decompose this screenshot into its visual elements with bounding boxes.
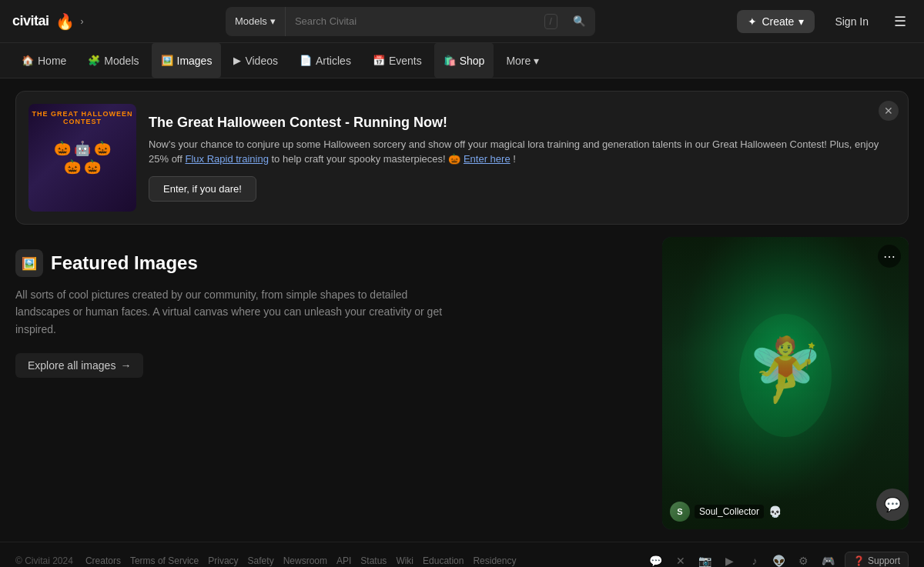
- card-menu-icon: ⋯: [883, 249, 896, 264]
- banner-enter-suffix: !: [513, 153, 516, 165]
- card-username: Soul_Collector: [695, 505, 764, 519]
- card-avatar: S: [670, 502, 690, 522]
- fairy-illustration: 🧚: [662, 237, 909, 529]
- nav-more-button[interactable]: More ▾: [497, 43, 548, 78]
- close-icon: ✕: [884, 105, 893, 117]
- twitter-icon[interactable]: ✕: [672, 552, 689, 567]
- header: civitai 🔥 › Models ▾ / 🔍 ✦ Create ▾ Sign…: [0, 0, 924, 43]
- nav-item-models[interactable]: 🧩 Models: [79, 43, 148, 78]
- banner-body: Now's your chance to conjure up some Hal…: [149, 137, 896, 167]
- footer-link-wiki[interactable]: Wiki: [396, 555, 413, 566]
- banner-enter-link[interactable]: Enter here: [464, 153, 511, 165]
- section-title: Featured Images: [51, 252, 198, 274]
- create-chevron-icon: ▾: [798, 15, 804, 28]
- discord-icon[interactable]: 💬: [648, 552, 665, 567]
- banner-cta-button[interactable]: Enter, if you dare!: [149, 176, 256, 202]
- header-right: ✦ Create ▾ Sign In ☰: [737, 8, 912, 35]
- card-menu-button[interactable]: ⋯: [878, 245, 901, 268]
- home-icon: 🏠: [22, 55, 34, 66]
- explore-label: Explore all images: [28, 359, 116, 372]
- support-chat-bubble[interactable]: 💬: [876, 489, 909, 521]
- section-description: All sorts of cool pictures created by ou…: [15, 286, 447, 338]
- search-icon: 🔍: [573, 15, 586, 27]
- search-input[interactable]: [286, 15, 544, 27]
- footer-link-terms[interactable]: Terms of Service: [130, 555, 199, 566]
- nav-item-events[interactable]: 📅 Events: [363, 43, 431, 78]
- nav-shop-label: Shop: [460, 55, 485, 67]
- logo-text: civitai: [12, 13, 49, 29]
- logo[interactable]: civitai 🔥 ›: [12, 12, 84, 31]
- twitch-icon[interactable]: 🎮: [820, 552, 837, 567]
- nav-more-label: More: [506, 55, 531, 67]
- search-slash: /: [544, 14, 557, 29]
- halloween-banner: 🎃🤖🎃 🎃🎃 The Great Halloween Contest The G…: [15, 91, 909, 225]
- featured-images-icon: 🖼️: [22, 256, 37, 271]
- search-model-dropdown[interactable]: Models ▾: [226, 7, 286, 36]
- github-icon[interactable]: ⚙: [795, 552, 812, 567]
- footer-link-api[interactable]: API: [336, 555, 351, 566]
- search-submit-button[interactable]: 🔍: [564, 7, 595, 36]
- nav-item-articles[interactable]: 📄 Articles: [290, 43, 360, 78]
- banner-flux-link[interactable]: Flux Rapid training: [185, 153, 268, 165]
- more-chevron-icon: ▾: [534, 55, 539, 67]
- youtube-icon[interactable]: ▶: [721, 552, 738, 567]
- nav-item-home[interactable]: 🏠 Home: [12, 43, 75, 78]
- footer-left: © Civitai 2024 Creators Terms of Service…: [15, 555, 516, 566]
- hamburger-menu-button[interactable]: ☰: [889, 8, 912, 35]
- images-icon: 🖼️: [161, 55, 173, 66]
- nav-home-label: Home: [38, 55, 66, 67]
- footer-link-education[interactable]: Education: [423, 555, 464, 566]
- create-label: Create: [762, 15, 794, 28]
- featured-image-card: 🧚 ⋯ S Soul_Collector 💀: [662, 237, 909, 529]
- banner-close-button[interactable]: ✕: [879, 101, 899, 121]
- banner-title: The Great Halloween Contest - Running No…: [149, 115, 896, 131]
- banner-body-suffix: to help craft your spooky masterpieces! …: [272, 153, 461, 165]
- main-content: 🖼️ Featured Images All sorts of cool pic…: [0, 237, 924, 529]
- footer: © Civitai 2024 Creators Terms of Service…: [0, 542, 924, 567]
- logo-chevron-icon: ›: [81, 16, 84, 27]
- right-panel: 🧚 ⋯ S Soul_Collector 💀: [662, 237, 909, 529]
- nav-images-label: Images: [177, 55, 213, 67]
- footer-link-creators[interactable]: Creators: [85, 555, 121, 566]
- search-model-label: Models: [235, 15, 267, 27]
- support-button[interactable]: ❓ Support: [845, 552, 909, 567]
- videos-icon: ▶: [233, 55, 241, 66]
- search-bar: Models ▾ / 🔍: [226, 7, 595, 36]
- sign-in-button[interactable]: Sign In: [824, 10, 879, 33]
- nav-models-label: Models: [104, 55, 139, 67]
- chat-icon: 💬: [884, 496, 901, 513]
- footer-link-residency[interactable]: Residency: [473, 555, 516, 566]
- footer-social: 💬 ✕ 📷 ▶ ♪ 👽 ⚙ 🎮 ❓ Support: [648, 552, 909, 567]
- hamburger-icon: ☰: [894, 14, 906, 29]
- footer-link-status[interactable]: Status: [360, 555, 387, 566]
- footer-link-newsroom[interactable]: Newsroom: [283, 555, 327, 566]
- card-skull-icon: 💀: [768, 505, 782, 518]
- footer-link-safety[interactable]: Safety: [248, 555, 274, 566]
- copyright: © Civitai 2024: [15, 555, 73, 566]
- banner-content: The Great Halloween Contest - Running No…: [149, 115, 896, 202]
- nav-item-images[interactable]: 🖼️ Images: [152, 43, 222, 78]
- main-nav: 🏠 Home 🧩 Models 🖼️ Images ▶ Videos 📄 Art…: [0, 43, 924, 78]
- footer-links: Creators Terms of Service Privacy Safety…: [85, 555, 517, 566]
- explore-all-images-button[interactable]: Explore all images →: [15, 353, 143, 378]
- reddit-icon[interactable]: 👽: [771, 552, 788, 567]
- support-label: Support: [868, 555, 900, 566]
- create-button[interactable]: ✦ Create ▾: [737, 10, 815, 33]
- dropdown-chevron-icon: ▾: [270, 15, 276, 27]
- nav-articles-label: Articles: [316, 55, 351, 67]
- svg-text:🧚: 🧚: [747, 333, 824, 406]
- section-icon-wrapper: 🖼️: [15, 249, 43, 277]
- instagram-icon[interactable]: 📷: [697, 552, 714, 567]
- footer-link-privacy[interactable]: Privacy: [208, 555, 238, 566]
- card-user: S Soul_Collector 💀: [670, 502, 782, 522]
- sign-in-label: Sign In: [835, 15, 869, 28]
- nav-item-shop[interactable]: 🛍️ Shop: [434, 43, 494, 78]
- header-left: civitai 🔥 ›: [12, 12, 84, 31]
- banner-image: 🎃🤖🎃 🎃🎃 The Great Halloween Contest: [28, 104, 136, 212]
- events-icon: 📅: [373, 55, 385, 66]
- articles-icon: 📄: [300, 55, 312, 66]
- logo-flame-icon: 🔥: [55, 12, 75, 31]
- shop-icon: 🛍️: [444, 55, 456, 66]
- tiktok-icon[interactable]: ♪: [746, 552, 763, 567]
- nav-item-videos[interactable]: ▶ Videos: [224, 43, 287, 78]
